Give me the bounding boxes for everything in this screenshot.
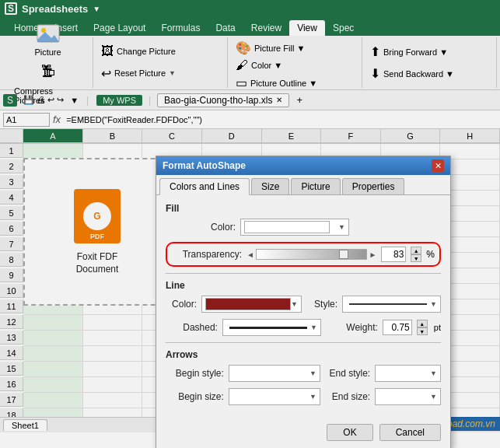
dialog-tab-properties[interactable]: Properties <box>342 178 405 194</box>
weight-spin-down[interactable]: ▼ <box>417 327 428 335</box>
begin-style-arrow[interactable]: ▼ <box>309 369 316 377</box>
line-style-dropdown[interactable]: ▼ <box>342 296 441 313</box>
slider-container: ◄ ► <box>247 249 376 260</box>
transparency-spin: ▲ ▼ <box>411 247 421 262</box>
line-color-row: Color: ▼ Style: ▼ <box>166 296 441 313</box>
dialog-body: Fill Color: ▼ Transparency: ◄ ► <box>156 195 450 419</box>
line-color-sample <box>205 298 291 310</box>
dialog-title: Format AutoShape <box>163 160 246 171</box>
begin-style-dropdown[interactable]: ▼ <box>229 365 320 382</box>
slider-track[interactable] <box>256 249 368 260</box>
spin-up[interactable]: ▲ <box>411 247 421 254</box>
dashed-label: Dashed: <box>166 322 218 333</box>
dialog-footer: OK Cancel <box>156 419 450 448</box>
begin-size-arrow[interactable]: ▼ <box>309 393 316 401</box>
line-color-dropdown[interactable]: ▼ <box>201 296 302 313</box>
dialog-titlebar: Format AutoShape ✕ <box>156 156 450 175</box>
end-style-arrow[interactable]: ▼ <box>430 369 437 377</box>
begin-end-style-row: Begin style: ▼ End style: ▼ <box>166 365 441 382</box>
slider-left-arrow[interactable]: ◄ <box>247 250 254 259</box>
dashed-arrow[interactable]: ▼ <box>310 324 317 331</box>
transparency-row: Transparency: ◄ ► ▲ ▼ % <box>166 242 441 267</box>
fill-line-divider <box>166 273 441 274</box>
end-size-dropdown[interactable]: ▼ <box>375 388 441 405</box>
cancel-button[interactable]: Cancel <box>379 424 441 441</box>
end-size-arrow[interactable]: ▼ <box>430 393 437 401</box>
fill-color-label: Color: <box>166 222 236 233</box>
dialog-overlay: Format AutoShape ✕ Colors and Lines Size… <box>0 0 500 448</box>
dialog-tab-picture[interactable]: Picture <box>291 178 340 194</box>
format-autoshape-dialog: Format AutoShape ✕ Colors and Lines Size… <box>156 156 451 448</box>
line-section-label: Line <box>166 280 441 291</box>
fill-color-row: Color: ▼ <box>166 219 441 236</box>
transparency-input[interactable] <box>381 247 406 262</box>
begin-size-label: Begin size: <box>166 391 224 402</box>
fill-color-sample <box>244 221 330 233</box>
end-style-dropdown[interactable]: ▼ <box>375 365 441 382</box>
dashed-dropdown[interactable]: ▼ <box>222 319 321 336</box>
dialog-close-button[interactable]: ✕ <box>432 159 444 172</box>
weight-label: Weight: <box>326 322 378 333</box>
fill-color-dropdown[interactable]: ▼ <box>240 219 349 236</box>
line-color-label: Color: <box>166 299 197 310</box>
begin-style-label: Begin style: <box>166 368 224 379</box>
weight-unit: pt <box>434 323 441 332</box>
slider-right-arrow[interactable]: ► <box>369 250 376 259</box>
dialog-tab-colors-lines[interactable]: Colors and Lines <box>159 178 250 195</box>
dashed-preview <box>229 327 307 329</box>
fill-color-arrow[interactable]: ▼ <box>338 223 345 231</box>
style-line-preview <box>349 303 427 305</box>
end-size-label: End size: <box>325 391 370 402</box>
line-color-arrow[interactable]: ▼ <box>291 300 298 308</box>
begin-end-size-row: Begin size: ▼ End size: ▼ <box>166 388 441 405</box>
dashed-weight-row: Dashed: ▼ Weight: ▲ ▼ pt <box>166 319 441 336</box>
line-style-label: Style: <box>306 299 337 310</box>
dialog-tabs: Colors and Lines Size Picture Properties <box>156 175 450 195</box>
begin-size-dropdown[interactable]: ▼ <box>229 388 320 405</box>
line-arrows-divider <box>166 342 441 343</box>
weight-spin-up[interactable]: ▲ <box>417 320 428 327</box>
fill-section-label: Fill <box>166 203 441 214</box>
weight-spin: ▲ ▼ <box>417 320 428 335</box>
style-arrow[interactable]: ▼ <box>430 300 437 308</box>
percent-label: % <box>426 249 435 260</box>
end-style-label: End style: <box>325 368 370 379</box>
spin-down[interactable]: ▼ <box>411 254 421 262</box>
weight-input[interactable] <box>383 320 412 335</box>
ok-button[interactable]: OK <box>327 424 372 441</box>
transparency-label: Transparency: <box>172 249 242 260</box>
slider-thumb[interactable] <box>339 250 348 259</box>
dialog-tab-size[interactable]: Size <box>251 178 289 194</box>
arrows-section-label: Arrows <box>166 349 441 360</box>
